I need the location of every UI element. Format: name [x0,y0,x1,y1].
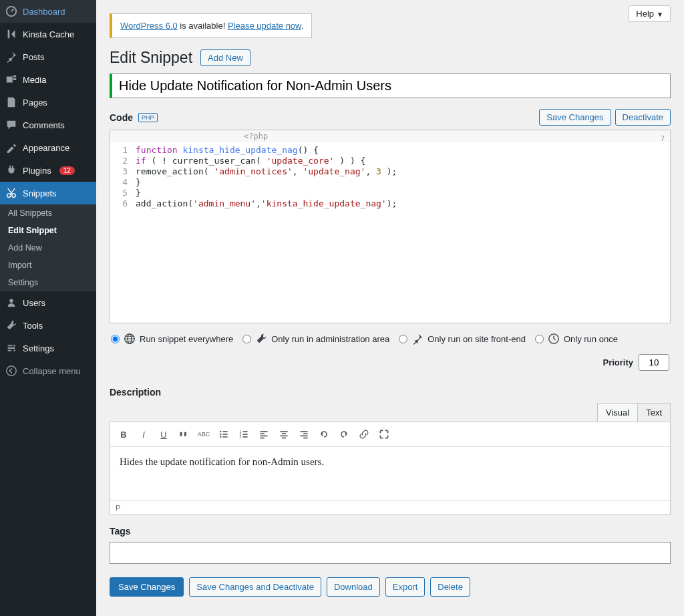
update-now-link[interactable]: Please update now [228,21,301,31]
bold-button[interactable]: B [116,426,132,442]
delete-button[interactable]: Delete [430,577,470,597]
code-label: Code [110,112,133,123]
run-once-option[interactable]: Only run once [535,333,618,345]
save-deactivate-button[interactable]: Save Changes and Deactivate [189,577,321,597]
run-everywhere-option[interactable]: Run snippet everywhere [111,333,233,345]
clock-icon [548,333,560,345]
strikethrough-button[interactable]: ABC [196,426,212,442]
comments-icon [5,119,17,131]
code-gutter: 123456 [110,142,132,323]
svg-rect-28 [300,431,307,432]
help-tab[interactable]: Help▼ [629,5,671,22]
plugins-icon [5,164,17,176]
submenu-import[interactable]: Import [0,257,96,274]
svg-point-10 [220,434,221,435]
sidebar-item-pages[interactable]: Pages [0,91,96,114]
description-content[interactable]: Hides the update notification for non-Ad… [110,447,670,500]
tags-input[interactable] [110,542,671,564]
svg-rect-23 [260,438,264,439]
svg-text:3: 3 [240,436,242,439]
svg-rect-26 [280,436,287,437]
sidebar-item-dashboard[interactable]: Dashboard [0,0,96,23]
priority-input[interactable] [639,354,669,371]
php-badge: php [138,113,158,122]
page-title-row: Edit Snippet Add New [110,49,671,67]
media-icon [5,73,17,86]
description-editor: B I U ABC 123 Hides the update notificat… [110,422,671,515]
users-icon [5,297,17,309]
run-frontend-option[interactable]: Only run on site front-end [399,333,526,345]
pages-icon [5,96,17,108]
pin-icon [411,333,423,345]
code-editor[interactable]: <?php ? 123456 function kinsta_hide_upda… [110,130,671,323]
svg-rect-30 [300,436,307,437]
submenu-all-snippets[interactable]: All Snippets [0,204,96,222]
sidebar-item-collapse[interactable]: Collapse menu [0,359,96,382]
code-help-icon[interactable]: ? [660,134,665,143]
collapse-icon [5,365,17,377]
dashboard-icon [5,5,17,17]
blockquote-button[interactable] [176,426,192,442]
sidebar-item-users[interactable]: Users [0,291,96,314]
priority-field: Priority [603,354,669,371]
globe-icon [124,333,136,345]
submenu-settings[interactable]: Settings [0,274,96,291]
svg-point-3 [9,299,13,303]
sidebar-label: Users [23,298,45,308]
save-changes-top-button[interactable]: Save Changes [539,109,611,126]
sidebar-item-comments[interactable]: Comments [0,114,96,136]
sidebar-item-appearance[interactable]: Appearance [0,136,96,159]
sidebar-label: Settings [23,343,54,353]
svg-rect-15 [242,431,247,432]
redo-button[interactable] [336,426,352,442]
download-button[interactable]: Download [327,577,380,597]
text-tab[interactable]: Text [638,403,671,422]
admin-sidebar: Dashboard Kinsta Cache Posts Media Pages… [0,0,96,616]
svg-point-4 [7,366,16,375]
add-new-button[interactable]: Add New [200,49,250,66]
sidebar-item-kinsta-cache[interactable]: Kinsta Cache [0,23,96,45]
align-left-button[interactable] [256,426,272,442]
svg-rect-19 [242,436,247,438]
sidebar-item-media[interactable]: Media [0,68,96,91]
undo-button[interactable] [316,426,332,442]
editor-path: P [110,500,670,514]
wordpress-version-link[interactable]: WordPress 6.0 [120,21,178,31]
svg-rect-11 [222,434,227,435]
fullscreen-button[interactable] [376,426,392,442]
code-content[interactable]: function kinsta_hide_update_nag() { if (… [132,142,401,323]
bullet-list-button[interactable] [216,426,232,442]
italic-button[interactable]: I [136,426,152,442]
numbered-list-button[interactable]: 123 [236,426,252,442]
code-section-head: Code php Save Changes Deactivate [110,109,671,126]
svg-rect-27 [282,438,286,439]
export-button[interactable]: Export [385,577,425,597]
sidebar-item-snippets[interactable]: Snippets [0,182,96,204]
main-content: Help▼ WordPress 6.0 is available! Please… [96,0,684,616]
snippet-title-input[interactable] [110,73,671,98]
link-button[interactable] [356,426,372,442]
align-center-button[interactable] [276,426,292,442]
sidebar-label: Tools [23,321,43,331]
underline-button[interactable]: U [156,426,172,442]
align-right-button[interactable] [296,426,312,442]
sidebar-item-tools[interactable]: Tools [0,314,96,337]
visual-tab[interactable]: Visual [597,403,638,422]
save-changes-button[interactable]: Save Changes [110,577,184,597]
sidebar-label: Appearance [23,143,69,153]
appearance-icon [5,142,17,154]
sidebar-label: Posts [23,52,45,62]
sidebar-item-settings[interactable]: Settings [0,337,96,359]
svg-rect-29 [303,433,307,434]
kinsta-icon [5,28,17,40]
deactivate-button[interactable]: Deactivate [615,109,671,126]
sidebar-item-plugins[interactable]: Plugins 12 [0,159,96,182]
submenu-add-new[interactable]: Add New [0,239,96,257]
wrench-icon [255,333,267,345]
sidebar-item-posts[interactable]: Posts [0,45,96,68]
sidebar-label: Collapse menu [23,366,81,376]
svg-rect-24 [280,431,287,432]
actions-row: Save Changes Save Changes and Deactivate… [110,577,671,597]
run-admin-option[interactable]: Only run in administration area [242,333,389,345]
submenu-edit-snippet[interactable]: Edit Snippet [0,222,96,239]
